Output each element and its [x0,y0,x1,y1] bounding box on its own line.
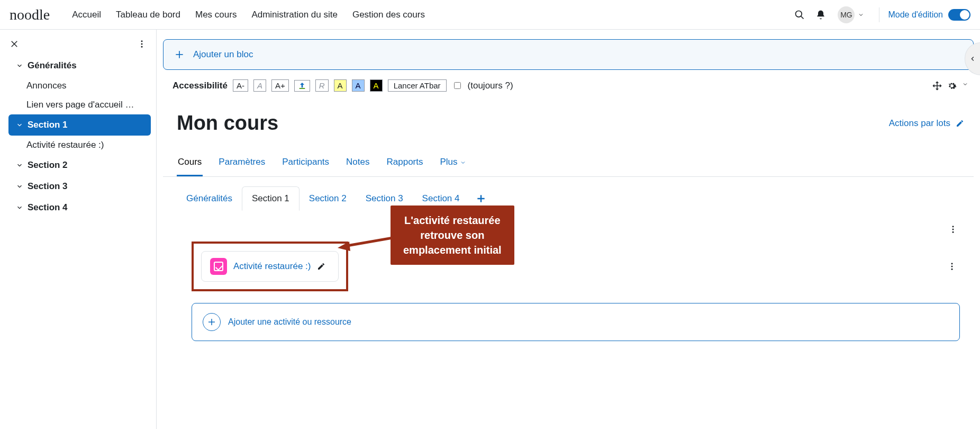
chevron-down-icon [858,12,864,18]
search-icon[interactable] [789,5,810,24]
section-tab-2[interactable]: Section 2 [300,187,356,210]
plus-icon [476,193,486,204]
svg-point-12 [952,226,954,227]
course-index-sidebar: Généralités Annonces Lien vers page d'ac… [0,30,157,429]
course-nav-tabs: Cours Paramètres Participants Notes Rapp… [163,149,974,177]
scheme-reset-button[interactable]: R [315,79,329,92]
scheme-blue-button[interactable]: A [352,79,365,92]
tab-rapports[interactable]: Rapports [385,149,424,176]
atbar-always-checkbox[interactable] [454,82,461,89]
annotation-callout: L'activité restaurée retrouve son emplac… [391,205,514,265]
activity-type-icon [210,258,227,275]
pencil-icon[interactable] [317,262,325,271]
page-title: Mon cours [177,112,278,135]
sidebar-item-activite[interactable]: Activité restaurée :) [8,136,146,155]
kebab-icon[interactable] [948,225,958,234]
chevron-down-icon [16,121,23,129]
svg-line-1 [801,16,804,19]
nav-gestion[interactable]: Gestion des cours [345,10,432,20]
add-activity-label: Ajouter une activité ou ressource [228,317,351,327]
svg-point-0 [796,11,802,17]
svg-marker-21 [338,242,350,251]
chevron-down-icon [16,162,23,169]
svg-point-17 [951,269,953,270]
sidebar-item-lien[interactable]: Lien vers page d'accueil Moo… [8,95,146,114]
logo[interactable]: noodle [10,6,50,23]
nav-accueil[interactable]: Accueil [65,10,108,20]
user-menu[interactable]: MG [831,6,870,23]
nav-admin[interactable]: Administration du site [244,10,345,20]
chevron-down-icon[interactable] [962,81,968,87]
font-reset-button[interactable]: A [253,79,266,92]
sidebar-section-2[interactable]: Section 2 [8,155,151,176]
tab-cours[interactable]: Cours [177,149,203,176]
bell-icon[interactable] [810,5,831,24]
main-content: Ajouter un bloc Accessibilité A- A A+ R … [157,30,980,429]
annotation-line2: retrouve son [420,229,484,241]
chevron-down-icon [16,204,23,211]
sidebar-section-label: Section 3 [28,181,68,192]
chevron-down-icon [16,62,23,69]
svg-point-16 [951,266,953,267]
toggle-switch-icon[interactable] [948,9,970,21]
activity-row: Activité restaurée :) [192,242,960,291]
nav-mescours[interactable]: Mes cours [188,10,244,20]
tab-notes[interactable]: Notes [345,149,370,176]
tab-parametres[interactable]: Paramètres [217,149,266,176]
move-icon[interactable] [932,81,942,91]
sidebar-item-annonces[interactable]: Annonces [8,76,146,95]
sidebar-section-label: Section 4 [28,202,68,213]
tab-participants[interactable]: Participants [281,149,330,176]
sidebar-section-label: Généralités [28,60,77,71]
kebab-icon[interactable] [947,262,957,271]
sidebar-section-generalites[interactable]: Généralités [8,55,151,76]
sidebar-section-4[interactable]: Section 4 [8,197,151,218]
scheme-black-button[interactable]: A [370,79,383,92]
gear-icon[interactable] [947,81,957,91]
chevron-left-icon [969,55,976,62]
svg-point-15 [951,263,953,264]
add-block-label: Ajouter un bloc [193,49,253,60]
annotation-line1: L'activité restaurée [404,215,501,226]
chevron-down-icon [460,159,466,166]
edit-mode-toggle[interactable]: Mode d'édition [888,9,970,21]
top-nav-links: Accueil Tableau de bord Mes cours Admini… [65,10,432,20]
top-navbar: noodle Accueil Tableau de bord Mes cours… [0,0,980,30]
section-tab-1[interactable]: Section 1 [242,186,300,211]
user-initials: MG [840,11,852,19]
bulk-actions-label: Actions par lots [889,118,950,129]
sidebar-section-label: Section 1 [28,120,68,130]
svg-line-20 [347,237,396,246]
avatar: MG [838,6,855,23]
pencil-icon [956,119,964,128]
tab-plus[interactable]: Plus [439,149,467,176]
add-activity-button[interactable]: Ajouter une activité ou ressource [192,303,960,341]
svg-point-14 [952,231,954,233]
svg-point-5 [141,43,143,45]
sidebar-section-3[interactable]: Section 3 [8,176,151,197]
bulk-actions-button[interactable]: Actions par lots [889,118,964,129]
section-tabs: Généralités Section 1 Section 2 Section … [163,177,974,211]
svg-point-6 [141,46,143,48]
accessibility-block: Accessibilité A- A A+ R A A A Lancer ATb… [173,79,968,92]
add-block-button[interactable]: Ajouter un bloc [163,39,974,70]
sidebar-section-1[interactable]: Section 1 [8,114,151,136]
svg-point-4 [141,40,143,42]
scheme-yellow-button[interactable]: A [334,79,347,92]
chevron-down-icon [16,183,23,190]
annotation-line3: emplacement initial [403,244,502,256]
accessibility-label: Accessibilité [173,81,228,91]
svg-rect-9 [299,88,305,89]
activity-link[interactable]: Activité restaurée :) [233,261,311,272]
atbar-launch-button[interactable]: Lancer ATbar [388,79,447,92]
font-decrease-button[interactable]: A- [233,79,248,92]
section-tab-generalites[interactable]: Généralités [177,187,242,210]
divider [879,7,879,22]
kebab-icon[interactable] [137,39,147,49]
scheme-save-button[interactable] [294,80,310,92]
close-drawer-icon[interactable] [10,39,19,49]
atbar-always-label: (toujours ?) [468,81,513,91]
plus-icon [203,313,221,331]
nav-tableau[interactable]: Tableau de bord [108,10,188,20]
font-increase-button[interactable]: A+ [271,79,289,92]
